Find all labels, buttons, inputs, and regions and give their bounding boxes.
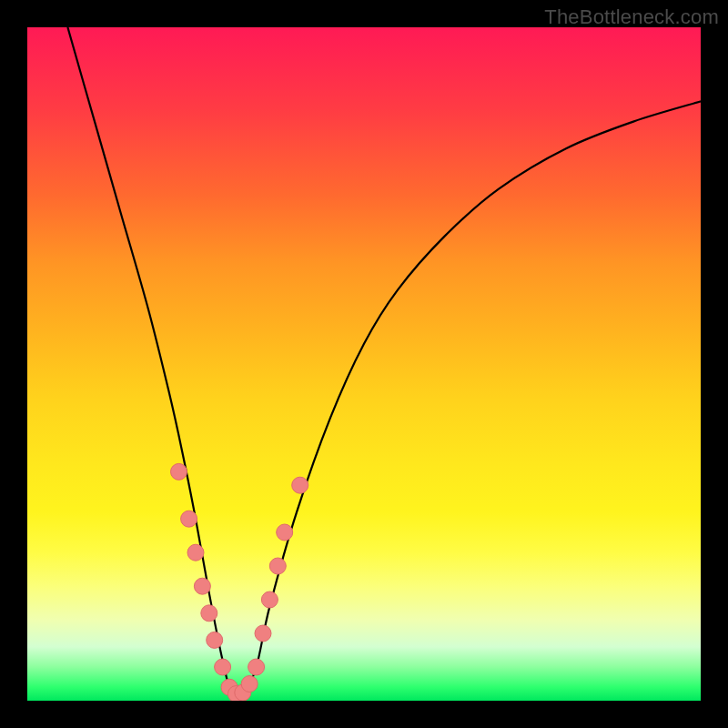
chart-gradient-background bbox=[27, 27, 701, 701]
chart-frame: TheBottleneck.com bbox=[0, 0, 728, 728]
attribution-label: TheBottleneck.com bbox=[544, 5, 719, 29]
